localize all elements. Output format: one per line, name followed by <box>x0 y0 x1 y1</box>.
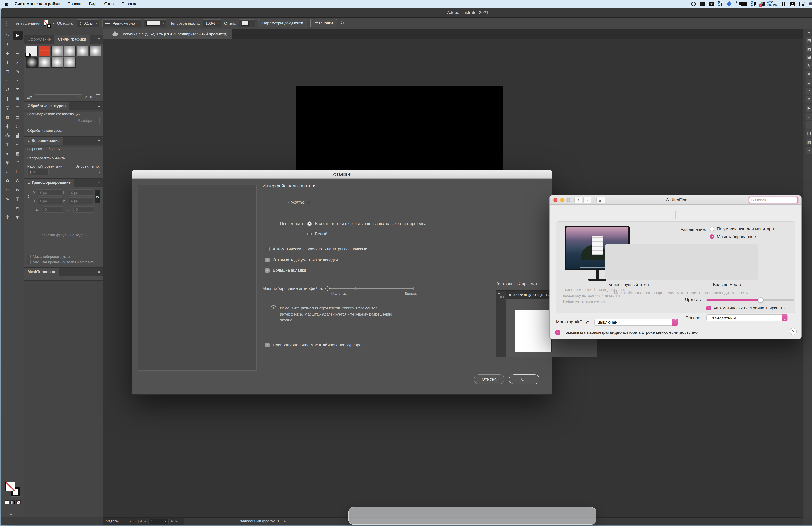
mesh-tool[interactable]: ▦ <box>2 112 13 121</box>
ui-scale-slider[interactable] <box>326 288 414 289</box>
cancel-button[interactable]: Отмена <box>474 374 504 384</box>
opacity-field[interactable]: 100%› <box>203 19 221 27</box>
graphic-style-swatch-10[interactable] <box>64 57 76 68</box>
symbols-panel-icon[interactable]: ❖ <box>806 71 812 78</box>
align-to-artboard-dropdown[interactable]: ⬚▾ <box>95 170 100 174</box>
delete-style-icon[interactable] <box>96 94 100 100</box>
measure-tool[interactable]: ∟ <box>13 167 23 176</box>
document-setup-button[interactable]: Параметры документа <box>258 19 307 27</box>
prev-artboard-icon[interactable]: ◀ <box>144 520 146 523</box>
control-bar-grip[interactable] <box>6 20 9 27</box>
graphic-style-swatch-5[interactable] <box>77 46 88 56</box>
scale-strokes-checkbox[interactable] <box>27 260 30 264</box>
toolbar-more-icon[interactable]: ⋯ <box>10 512 13 516</box>
menu-item-2[interactable]: Правка <box>68 2 81 6</box>
panel-menu-icon[interactable]: ≡ <box>98 35 103 44</box>
graphic-style-swatch-1[interactable] <box>26 46 38 56</box>
menu-item-5[interactable]: Справка <box>121 2 137 6</box>
chart-3d-tool[interactable]: ◫ <box>13 194 23 203</box>
variable-width-dropdown[interactable]: ▾ <box>144 19 166 27</box>
stroke-weight-field[interactable]: ▲▼0,1 pt▾ <box>77 19 100 27</box>
rotate-field[interactable]: 0° <box>43 206 63 213</box>
minimize-window-button[interactable] <box>560 198 564 202</box>
butterfly-plugin-tool[interactable]: ✿ <box>2 176 13 185</box>
canvas-match-radio[interactable] <box>307 221 312 226</box>
graphic-style-swatch-7[interactable] <box>26 57 38 68</box>
next-artboard-icon[interactable]: ▶ <box>171 520 173 523</box>
tab-pathfinder[interactable]: Обработка контуров <box>24 102 69 110</box>
expand-button[interactable]: Разобрать <box>74 117 100 124</box>
fill-stroke-indicator[interactable] <box>5 482 20 496</box>
keyboard-layout-flag-icon[interactable] <box>809 2 812 6</box>
curvature-tool[interactable]: ∽ <box>13 140 23 149</box>
preferences-button[interactable]: Установки <box>310 19 337 27</box>
styles-dropdown[interactable] <box>34 94 82 99</box>
spiral-tool[interactable]: ∂ <box>2 167 13 176</box>
r-app-icon[interactable]: R <box>700 1 705 6</box>
node-circle-tool[interactable]: ◌ <box>2 185 13 194</box>
tab-appearance[interactable]: Оформление <box>24 35 54 44</box>
collapse-left-dock-icon[interactable]: ‹‹ <box>24 29 103 35</box>
arc-tool[interactable]: ◠ <box>13 158 23 167</box>
tab-align[interactable]: ◇ Выравнивание <box>24 137 63 145</box>
actions-panel-icon[interactable]: ▶ <box>806 104 812 112</box>
link-dimensions-icon[interactable]: ∞ <box>95 190 100 203</box>
scaled-resolution-radio[interactable] <box>710 234 714 239</box>
rectangle-tool[interactable]: □ <box>2 67 13 76</box>
magic-panel-icon[interactable]: ✦ <box>806 147 812 154</box>
direct-selection-tool[interactable]: ▷ <box>2 30 13 40</box>
show-mirroring-checkbox[interactable] <box>555 330 560 335</box>
ok-button[interactable]: OK <box>509 374 539 384</box>
rotation-dropdown[interactable]: Стандартный <box>707 314 788 321</box>
break-link-icon[interactable]: ⊘ <box>84 94 87 99</box>
scissors-tool[interactable]: ✂ <box>13 76 23 85</box>
artistic-brush-tool[interactable]: ✳ <box>2 140 13 149</box>
graphic-style-swatch-6[interactable] <box>89 46 101 56</box>
export-panel-icon[interactable]: ↓ <box>806 121 812 129</box>
path-points-tool[interactable]: ∿ <box>2 194 13 203</box>
style-dropdown[interactable]: ▾ <box>239 19 255 27</box>
width-field[interactable]: 0 px <box>69 189 93 196</box>
height-field[interactable]: 0 px <box>69 198 93 204</box>
texture-tool[interactable]: ▩ <box>13 149 23 158</box>
blob-brush-tool[interactable]: ● <box>2 149 13 158</box>
panel-menu-icon[interactable]: ≡ <box>98 179 103 187</box>
column-graph-tool[interactable]: ▟ <box>13 131 23 140</box>
add-anchor-point-tool[interactable]: ✚ <box>2 49 13 58</box>
graphic-style-swatch-2[interactable] <box>39 46 50 56</box>
artboard-number-field[interactable]: 1▾ <box>149 518 169 524</box>
shape-builder-tool[interactable]: ◱ <box>2 103 13 112</box>
fill-swatch-control[interactable] <box>43 19 50 27</box>
scale-tool[interactable]: ◳ <box>13 85 23 94</box>
zoom-tool[interactable]: ⊕ <box>13 213 23 221</box>
open-as-tabs-checkbox[interactable] <box>265 258 270 262</box>
tab-meshtormentor[interactable]: MeshTormentor <box>24 268 59 276</box>
tab-graphic-styles[interactable]: Стили графики <box>54 35 90 44</box>
brightness-slider[interactable] <box>707 299 794 301</box>
creative-cloud-icon[interactable] <box>691 2 696 6</box>
reference-point-grid[interactable] <box>27 193 31 200</box>
back-button[interactable]: ‹ <box>574 197 582 203</box>
graphic-style-swatch-8[interactable] <box>39 57 50 68</box>
graphic-style-swatch-9[interactable] <box>51 57 63 68</box>
libraries-panel-icon[interactable]: ▤ <box>806 37 812 44</box>
hand-tool[interactable]: ✣ <box>2 213 13 221</box>
close-window-button[interactable] <box>553 198 557 202</box>
menu-item-1[interactable]: Системные настройки <box>15 2 60 6</box>
stroke-panel-icon[interactable]: ≡ <box>806 79 812 86</box>
pen-tool[interactable]: ✒ <box>13 49 23 58</box>
history-panel-icon[interactable]: ↺ <box>806 88 812 95</box>
free-transform-tool[interactable]: ▣ <box>13 94 23 103</box>
x-field[interactable]: 0 px <box>38 189 62 196</box>
large-tabs-checkbox[interactable] <box>265 268 270 273</box>
brushes-panel-icon[interactable]: ✎ <box>806 62 812 70</box>
last-artboard-icon[interactable]: ▶❘ <box>176 520 180 523</box>
istat-icon[interactable] <box>727 2 732 6</box>
new-style-icon[interactable]: ⊞ <box>90 94 93 99</box>
close-tab-icon[interactable]: × <box>107 32 110 36</box>
panel-menu-icon[interactable]: ≡ <box>98 102 103 110</box>
artboard-navigation[interactable]: ❘◀ ◀ 1▾ ▶ ▶❘ <box>134 517 184 525</box>
auto-collapse-checkbox[interactable] <box>265 247 270 251</box>
swatches-panel-icon[interactable]: ▦ <box>806 54 812 61</box>
expand-panels-icon[interactable]: ≪ <box>805 29 812 36</box>
